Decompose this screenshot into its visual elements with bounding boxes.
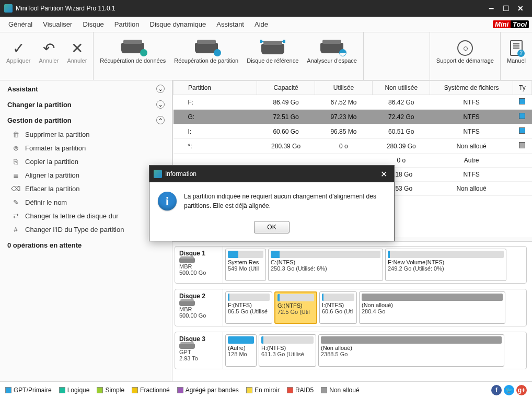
information-dialog: Information ✕ i La partition indiquée ne… xyxy=(149,165,395,241)
info-icon: i xyxy=(158,192,177,210)
dialog-titlebar: Information ✕ xyxy=(149,166,394,182)
dialog-message: La partition indiquée ne requiert aucun … xyxy=(184,192,386,210)
dialog-title: Information xyxy=(165,170,377,178)
app-icon xyxy=(154,170,162,178)
modal-backdrop: Information ✕ i La partition indiquée ne… xyxy=(0,0,532,398)
dialog-close-button[interactable]: ✕ xyxy=(377,169,390,179)
ok-button[interactable]: OK xyxy=(254,221,290,233)
